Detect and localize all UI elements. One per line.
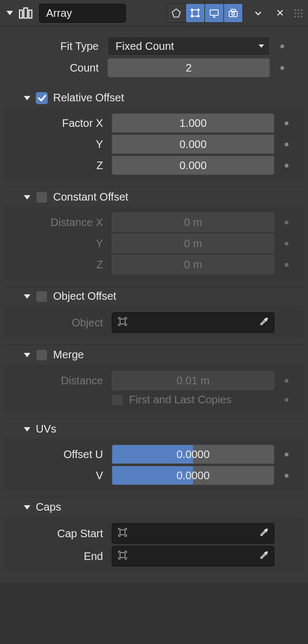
object-data-icon	[117, 549, 129, 564]
merge-checkbox[interactable]	[36, 349, 48, 361]
modifier-content: Fit Type Fixed Count Count 2 Relative Of…	[0, 27, 308, 583]
factor-y-label: Y	[9, 138, 106, 151]
distance-z-input[interactable]: 0 m	[112, 255, 274, 274]
svg-rect-15	[120, 319, 125, 324]
factor-z-input[interactable]: 0.000	[112, 156, 274, 175]
merge-header[interactable]: Merge	[4, 345, 304, 364]
cap-end-picker[interactable]	[112, 546, 274, 566]
anim-dot[interactable]	[285, 379, 288, 383]
collapse-arrow-icon[interactable]	[7, 11, 13, 15]
modifier-extras-dropdown[interactable]	[249, 3, 267, 23]
first-last-copies-label: First and Last Copies	[129, 394, 232, 406]
factor-x-input[interactable]: 1.000	[112, 113, 274, 133]
eyedropper-icon[interactable]	[259, 527, 270, 540]
anim-dot[interactable]	[285, 164, 288, 168]
display-viewport-button[interactable]	[204, 3, 224, 23]
object-picker-input[interactable]	[112, 312, 274, 333]
object-offset-header[interactable]: Object Offset	[4, 286, 304, 306]
relative-offset-header[interactable]: Relative Offset	[4, 88, 304, 107]
uvs-header[interactable]: UVs	[4, 419, 304, 439]
svg-point-7	[191, 15, 193, 17]
display-edit-cage-button[interactable]	[166, 3, 186, 23]
caps-body: Cap Start End	[4, 517, 304, 572]
constant-offset-title: Constant Offset	[53, 191, 129, 203]
object-label: Object	[9, 317, 106, 329]
svg-rect-4	[192, 10, 198, 16]
offset-v-input[interactable]: 0.0000	[112, 466, 274, 485]
factor-x-label: Factor X	[9, 117, 106, 130]
anim-dot[interactable]	[280, 66, 284, 70]
anim-dot[interactable]	[285, 474, 288, 478]
svg-point-6	[197, 9, 199, 11]
merge-distance-input[interactable]: 0.01 m	[112, 371, 274, 390]
anim-dot[interactable]	[285, 398, 288, 402]
svg-point-14	[232, 12, 235, 15]
fit-type-label: Fit Type	[4, 40, 102, 53]
modifier-panel: Array ✕ Fit Type Fixe	[0, 0, 308, 644]
relative-offset-body: Factor X 1.000 Y 0.000 Z 0.000	[4, 107, 304, 181]
constant-offset-body: Distance X 0 m Y 0 m Z 0 m	[4, 207, 304, 280]
modifier-name-input[interactable]: Array	[39, 4, 126, 23]
collapse-arrow-icon[interactable]	[24, 427, 30, 432]
merge-body: Distance 0.01 m First and Last Copies	[4, 364, 304, 413]
factor-z-label: Z	[9, 159, 106, 172]
relative-offset-title: Relative Offset	[53, 92, 124, 104]
object-offset-checkbox[interactable]	[36, 291, 48, 302]
object-offset-body: Object	[4, 306, 304, 338]
svg-rect-0	[20, 10, 22, 18]
eyedropper-icon[interactable]	[259, 550, 270, 563]
anim-dot[interactable]	[285, 453, 288, 456]
object-data-icon	[117, 315, 129, 330]
uvs-title: UVs	[36, 423, 56, 435]
array-modifier-icon	[17, 6, 35, 20]
offset-u-input[interactable]: 0.0000	[112, 445, 274, 464]
cap-end-label: End	[9, 550, 106, 563]
eyedropper-icon[interactable]	[259, 316, 270, 330]
cap-start-picker[interactable]	[112, 523, 274, 544]
distance-y-label: Y	[9, 237, 106, 250]
display-edit-mode-button[interactable]	[185, 3, 205, 23]
anim-dot[interactable]	[285, 121, 288, 125]
relative-offset-checkbox[interactable]	[36, 92, 48, 104]
constant-offset-checkbox[interactable]	[36, 191, 48, 203]
chevron-down-icon	[259, 44, 264, 48]
svg-point-5	[191, 9, 193, 11]
drag-handle-icon[interactable]	[293, 9, 304, 17]
caps-header[interactable]: Caps	[4, 497, 304, 517]
modifier-header: Array ✕	[0, 0, 308, 27]
display-render-button[interactable]	[223, 3, 243, 23]
merge-distance-label: Distance	[9, 375, 106, 387]
cap-start-label: Cap Start	[9, 527, 106, 540]
collapse-arrow-icon[interactable]	[24, 294, 30, 299]
offset-u-label: Offset U	[9, 448, 106, 461]
delete-modifier-button[interactable]: ✕	[271, 3, 288, 23]
factor-y-input[interactable]: 0.000	[112, 134, 274, 154]
caps-title: Caps	[36, 501, 61, 513]
svg-rect-9	[210, 10, 219, 15]
svg-rect-1	[24, 8, 28, 18]
collapse-arrow-icon[interactable]	[24, 505, 30, 510]
anim-dot[interactable]	[285, 242, 288, 246]
first-last-copies-checkbox[interactable]	[112, 394, 124, 406]
distance-z-label: Z	[9, 259, 106, 271]
distance-x-input[interactable]: 0 m	[112, 212, 274, 232]
distance-y-input[interactable]: 0 m	[112, 234, 274, 253]
svg-rect-16	[120, 530, 125, 534]
svg-rect-17	[120, 552, 125, 557]
merge-title: Merge	[53, 349, 84, 361]
uvs-body: Offset U 0.0000 V 0.0000	[4, 439, 304, 491]
anim-dot[interactable]	[285, 263, 288, 267]
object-data-icon	[117, 526, 129, 541]
header-toggles	[167, 3, 243, 23]
collapse-arrow-icon[interactable]	[24, 353, 30, 357]
svg-rect-13	[231, 9, 235, 11]
count-input[interactable]: 2	[107, 58, 270, 78]
constant-offset-header[interactable]: Constant Offset	[4, 187, 304, 207]
collapse-arrow-icon[interactable]	[24, 195, 30, 199]
distance-x-label: Distance X	[9, 216, 106, 229]
anim-dot[interactable]	[285, 221, 288, 224]
anim-dot[interactable]	[285, 143, 288, 146]
collapse-arrow-icon[interactable]	[24, 96, 30, 100]
anim-dot[interactable]	[280, 44, 284, 48]
fit-type-dropdown[interactable]: Fixed Count	[107, 36, 270, 56]
